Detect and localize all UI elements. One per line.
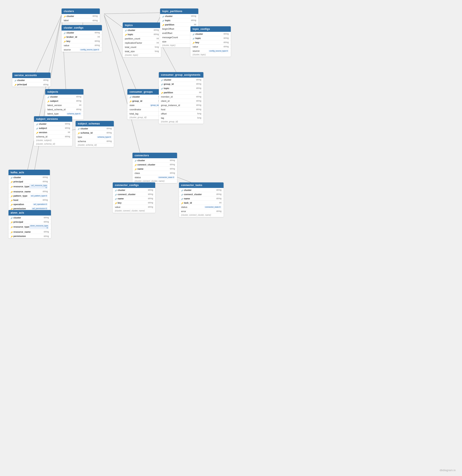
fk-icon: [135, 159, 137, 162]
table-row: cluster string: [191, 32, 231, 36]
pk-icon: [11, 235, 13, 237]
table-aiven-acls: aiven_acls cluster string principal stri…: [9, 210, 51, 238]
table-subjects-header: subjects: [45, 89, 83, 95]
composite-key: (cluster, connect_cluster, name): [179, 213, 224, 217]
fk-icon: [47, 96, 50, 98]
table-row: client_id string: [159, 99, 203, 103]
table-row: total_count long: [123, 45, 161, 49]
table-row: cluster string: [179, 188, 224, 192]
pk-icon: [11, 199, 13, 201]
table-aiven-acls-header: aiven_acls: [9, 210, 51, 215]
table-row: group_instance_id string: [159, 103, 203, 107]
pk-icon: [64, 36, 66, 38]
table-row: source config_source_type E: [191, 49, 231, 53]
composite-key: (cluster, group_id): [159, 120, 203, 124]
table-row: label string: [61, 18, 100, 23]
table-row: cluster string: [12, 78, 51, 82]
fk-icon: [36, 127, 38, 129]
fk-icon: [115, 193, 117, 195]
table-row: topic string: [159, 86, 203, 90]
fk-icon: [11, 176, 13, 178]
table-subjects: subjects cluster string subject string l…: [45, 89, 83, 119]
watermark: dbdiagram.io: [440, 468, 456, 472]
table-row: name string: [179, 196, 224, 201]
pk-icon: [11, 185, 13, 187]
table-subject-schemas-header: subject_schemas: [76, 121, 114, 127]
pk-icon: [11, 226, 13, 228]
table-connectors-header: connectors: [132, 153, 177, 158]
pk-icon: [135, 168, 137, 170]
table-row: topic string: [123, 32, 161, 36]
pk-icon: [78, 132, 80, 134]
pk-icon: [11, 221, 13, 223]
table-row: schema_id string: [34, 135, 72, 139]
table-row: topic string: [160, 18, 198, 23]
table-row: key string: [113, 201, 155, 205]
table-row: cluster string: [34, 122, 72, 126]
table-consumer-group-assignments: consumer_group_assignments cluster strin…: [159, 72, 203, 124]
table-subject-schemas: subject_schemas cluster string schema_id…: [76, 121, 114, 147]
table-service-accounts-header: service_accounts: [12, 73, 51, 78]
fk-icon: [192, 33, 195, 35]
composite-key: (cluster, schema_id): [76, 143, 114, 147]
table-row: resource_name string: [9, 189, 50, 194]
table-row: source config_source_type E: [61, 48, 102, 52]
table-row: cluster string: [9, 175, 50, 179]
table-connector-configs: connector_configs cluster string connect…: [113, 182, 155, 213]
table-clusters-header: clusters: [61, 8, 100, 14]
table-cluster-configs: cluster_configs cluster string broker_id…: [61, 25, 102, 52]
table-connector-tasks: connector_tasks cluster string connect_c…: [179, 182, 224, 217]
pk-icon: [130, 100, 132, 102]
table-row: latest_version int: [45, 103, 83, 107]
fk-icon: [161, 83, 163, 85]
table-row: cluster string: [9, 215, 51, 220]
table-topic-configs-header: topic_configs: [191, 26, 231, 32]
table-row: class string: [132, 171, 177, 175]
table-row: topic string: [191, 36, 231, 40]
table-row: status connector_state E: [132, 175, 177, 179]
table-connector-configs-header: connector_configs: [113, 182, 155, 188]
table-row: partition int: [159, 90, 203, 95]
table-row: value string: [113, 205, 155, 209]
fk-icon: [125, 29, 127, 31]
pk-icon: [64, 40, 66, 42]
table-row: latest_type schema_type E: [45, 111, 83, 116]
table-row: partition_count int: [123, 36, 161, 41]
fk-icon: [36, 123, 38, 125]
table-service-accounts: service_accounts cluster string principa…: [12, 73, 51, 86]
table-row: cluster string: [160, 14, 198, 18]
fk-icon: [78, 128, 80, 130]
table-row: total_size long: [123, 49, 161, 53]
table-row: host string: [159, 107, 203, 111]
pk-icon: [14, 83, 17, 85]
table-row: subject string: [45, 99, 83, 103]
pk-icon: [115, 202, 117, 204]
table-row: resource_name string: [9, 230, 51, 234]
fk-icon: [161, 87, 163, 89]
table-row: broker_id int: [61, 35, 102, 39]
table-row: permission string: [9, 234, 51, 238]
pk-icon: [64, 15, 66, 17]
pk-icon: [162, 24, 164, 26]
fk-icon: [115, 197, 117, 200]
table-row: type schema_type E: [76, 135, 114, 139]
pk-icon: [11, 190, 13, 193]
pk-icon: [11, 195, 13, 197]
fk-icon: [64, 32, 66, 34]
table-row: version int: [34, 130, 72, 135]
pk-icon: [135, 163, 137, 166]
table-topic-partitions-header: topic_partitions: [160, 8, 198, 14]
table-cluster-configs-header: cluster_configs: [61, 25, 102, 31]
table-kafka-acls-header: kafka_acls: [9, 170, 50, 175]
table-row: task_id int: [179, 201, 224, 205]
table-row: cluster string: [132, 158, 177, 162]
table-row: principal string: [9, 220, 51, 224]
composite-key: (cluster, topic): [191, 53, 231, 57]
table-row: lag long: [159, 116, 203, 120]
fk-icon: [181, 189, 183, 191]
table-row: operation acl_operation E: [9, 202, 50, 206]
table-subject-versions-header: subject_versions: [34, 116, 72, 122]
fk-icon: [192, 37, 195, 39]
table-row: pattern_type acl_pattern_type E: [9, 194, 50, 198]
fk-icon: [14, 79, 17, 81]
